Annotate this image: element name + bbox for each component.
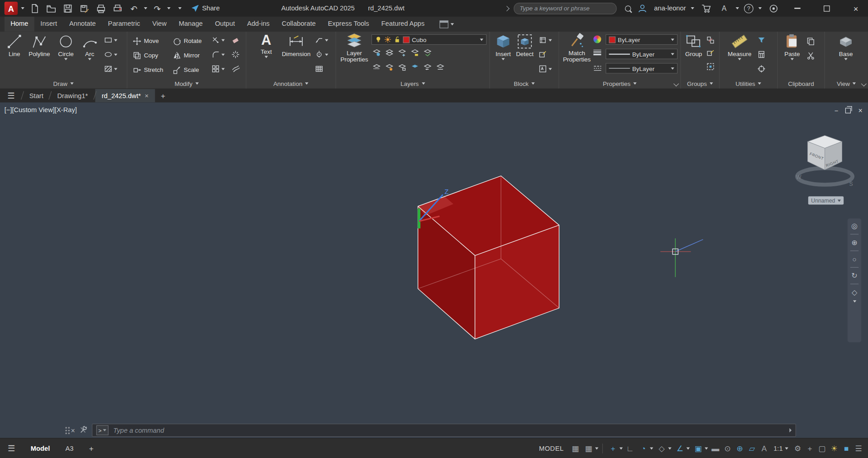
tab-featured-apps[interactable]: Featured Apps: [375, 17, 430, 32]
block-attributes-button[interactable]: [539, 65, 552, 73]
viewcube[interactable]: W S FRONT RIGHT: [796, 136, 853, 187]
orbit-icon[interactable]: ↻: [851, 272, 857, 279]
measure-caret-icon[interactable]: [738, 58, 741, 60]
autodesk-caret-icon[interactable]: [736, 7, 739, 9]
hatch-tool-button[interactable]: [104, 65, 117, 73]
quick-calc-button[interactable]: [757, 50, 765, 58]
layer-walk-button[interactable]: [411, 63, 419, 71]
selection-cycling-button[interactable]: ⊙: [721, 442, 734, 455]
fillet-button[interactable]: [211, 50, 224, 58]
infer-caret-icon[interactable]: [620, 447, 623, 449]
layer-properties-button[interactable]: Layer Properties: [338, 33, 370, 62]
snap-mode-button[interactable]: ▦: [582, 442, 598, 455]
layer-thaw-sun-icon[interactable]: [384, 36, 391, 43]
maximize-button[interactable]: [814, 0, 839, 17]
polar-caret-icon[interactable]: [650, 447, 653, 449]
erase-button[interactable]: [231, 36, 239, 44]
modify-panel-label[interactable]: Modify: [127, 79, 246, 88]
layer-isolate-button[interactable]: [385, 49, 393, 57]
utilities-panel-label[interactable]: Utilities: [720, 79, 777, 88]
leader-button[interactable]: [315, 36, 328, 44]
infer-constraints-button[interactable]: +: [607, 442, 623, 455]
command-input-box[interactable]: >: [92, 424, 796, 437]
scale-button[interactable]: Scale: [173, 64, 199, 76]
scale-caret-icon[interactable]: [785, 447, 788, 449]
showmotion-icon[interactable]: ◇: [852, 289, 857, 296]
insert-button[interactable]: Insert: [493, 33, 513, 60]
redo-caret-icon[interactable]: [167, 7, 170, 9]
circle-button[interactable]: Circle: [54, 33, 77, 60]
viewport-controls-label[interactable]: [−][Custom View][X-Ray]: [5, 106, 77, 114]
save-button[interactable]: [61, 2, 74, 15]
trim-button[interactable]: [211, 36, 224, 44]
ellipse-tool-button[interactable]: [104, 50, 117, 58]
lineweight-dropdown[interactable]: ByLayer: [606, 49, 677, 59]
model-tab[interactable]: Model: [24, 440, 57, 457]
polyline-button[interactable]: Polyline: [27, 33, 52, 57]
stretch-button[interactable]: Stretch: [133, 64, 163, 76]
share-button[interactable]: Share: [191, 5, 219, 12]
ribbon-display-toggle[interactable]: [436, 17, 457, 32]
tab-home[interactable]: Home: [5, 17, 34, 32]
drawing-canvas[interactable]: Z W S FRONT RIGHT: [0, 102, 868, 439]
annotation-monitor-button[interactable]: A: [758, 442, 770, 455]
tab-parametric[interactable]: Parametric: [102, 17, 146, 32]
copy-button[interactable]: Copy: [133, 49, 158, 61]
quick-select-button[interactable]: [757, 36, 765, 44]
polar-tracking-button[interactable]: ◔: [637, 442, 653, 455]
draw-panel-label[interactable]: Draw: [0, 79, 127, 88]
units-button[interactable]: ▢: [816, 442, 828, 455]
layers-panel-label[interactable]: Layers: [336, 79, 489, 88]
rotate-button[interactable]: Rotate: [173, 35, 202, 47]
linetype-dropdown[interactable]: ByLayer: [606, 63, 677, 73]
dimension-button[interactable]: Dimension: [280, 33, 313, 57]
annotation-panel-label[interactable]: Annotation: [246, 79, 335, 88]
customization-menu-button[interactable]: ☰: [853, 442, 865, 455]
redo-button[interactable]: ↷: [151, 2, 164, 15]
tab-collaborate[interactable]: Collaborate: [276, 17, 322, 32]
ortho-mode-button[interactable]: ∟: [624, 442, 636, 455]
a3-layout-tab[interactable]: A3: [59, 440, 80, 457]
create-block-button[interactable]: [539, 36, 552, 44]
tab-view[interactable]: View: [146, 17, 172, 32]
tab-output[interactable]: Output: [209, 17, 241, 32]
annotation-visibility-button[interactable]: +: [804, 442, 816, 455]
new-file-button[interactable]: [28, 2, 41, 15]
file-tab-start[interactable]: Start: [23, 89, 50, 103]
circle-caret-icon[interactable]: [64, 58, 67, 60]
text-button[interactable]: A Text: [254, 32, 278, 58]
model-space-button[interactable]: MODEL: [539, 444, 564, 452]
save-as-button[interactable]: [77, 2, 91, 15]
layer-dropdown-caret-icon[interactable]: [480, 38, 483, 41]
plot-button[interactable]: [94, 2, 107, 15]
command-close-icon[interactable]: ×: [71, 426, 75, 434]
file-tab-current[interactable]: rd_2425.dwt* ×: [95, 89, 155, 103]
snap-caret-icon[interactable]: [595, 447, 598, 449]
move-button[interactable]: Move: [133, 35, 159, 47]
annotation-scale-button[interactable]: 1:1: [773, 444, 788, 452]
autodesk-account-icon[interactable]: A: [717, 2, 730, 15]
file-tab-menu-icon[interactable]: ☰: [0, 89, 22, 103]
3d-object-snap-button[interactable]: ⊕: [734, 442, 746, 455]
layer-match-button[interactable]: [424, 49, 432, 57]
layer-thaw-all-button[interactable]: [385, 63, 393, 71]
close-tab-icon[interactable]: ×: [145, 91, 149, 99]
mirror-button[interactable]: Mirror: [173, 49, 200, 61]
new-drawing-tab-button[interactable]: +: [155, 89, 171, 103]
layer-unlock-icon[interactable]: [394, 36, 401, 43]
group-edit-button[interactable]: [706, 49, 715, 57]
tab-express-tools[interactable]: Express Tools: [322, 17, 375, 32]
close-button[interactable]: ×: [844, 0, 868, 17]
navbar-caret-icon[interactable]: [853, 300, 856, 302]
edit-block-button[interactable]: [539, 50, 547, 58]
workspace-settings-button[interactable]: ⚙: [792, 442, 804, 455]
help-caret-icon[interactable]: [758, 7, 762, 9]
osnap-caret-icon[interactable]: [705, 447, 708, 449]
command-customize-wrench-icon[interactable]: [79, 425, 88, 435]
detect-button[interactable]: Detect: [514, 33, 535, 57]
viewcube-unnamed-button[interactable]: Unnamed: [808, 196, 844, 204]
layer-color-swatch[interactable]: [403, 36, 410, 43]
isodraft-caret-icon[interactable]: [668, 447, 672, 449]
offset-button[interactable]: [231, 65, 239, 73]
layer-freeze-button[interactable]: [398, 49, 406, 57]
